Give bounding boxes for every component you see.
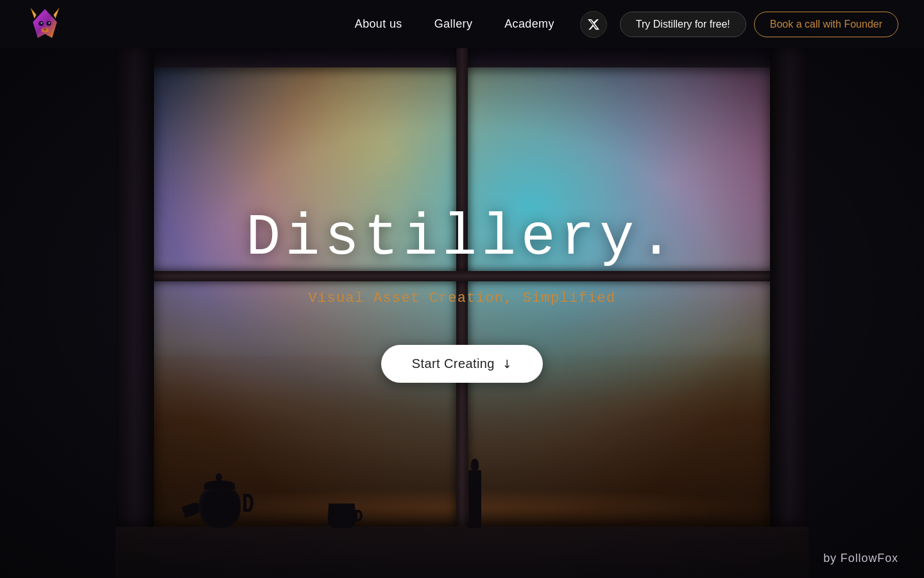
x-logo-icon: [587, 18, 600, 31]
outer-right-panel: [809, 48, 924, 578]
navbar: About us Gallery Academy Try Distillery …: [0, 0, 924, 48]
hero-section: Distillery. Visual Asset Creation, Simpl…: [0, 0, 924, 578]
book-call-button[interactable]: Book a call with Founder: [754, 12, 898, 37]
x-social-icon[interactable]: [580, 11, 607, 38]
nav-academy[interactable]: Academy: [504, 17, 554, 31]
nav-about-us[interactable]: About us: [355, 17, 402, 31]
logo[interactable]: [26, 5, 64, 44]
nav-links: About us Gallery Academy: [355, 17, 554, 31]
start-creating-label: Start Creating: [412, 356, 495, 371]
svg-point-8: [48, 22, 50, 24]
hero-subtitle: Visual Asset Creation, Simplified: [308, 290, 615, 306]
svg-marker-0: [33, 9, 57, 38]
nav-gallery[interactable]: Gallery: [434, 17, 473, 31]
fox-logo-icon: [26, 5, 64, 44]
hero-content: Distillery. Visual Asset Creation, Simpl…: [116, 48, 809, 578]
start-creating-button[interactable]: Start Creating ↘: [381, 345, 543, 383]
footer-credit: by FollowFox: [823, 552, 898, 565]
svg-point-7: [40, 22, 42, 24]
hero-title: Distillery.: [246, 206, 678, 271]
svg-point-10: [41, 28, 49, 33]
start-creating-arrow-icon: ↘: [499, 355, 515, 372]
try-free-button[interactable]: Try Distillery for free!: [620, 12, 746, 37]
outer-left-panel: [0, 48, 116, 578]
